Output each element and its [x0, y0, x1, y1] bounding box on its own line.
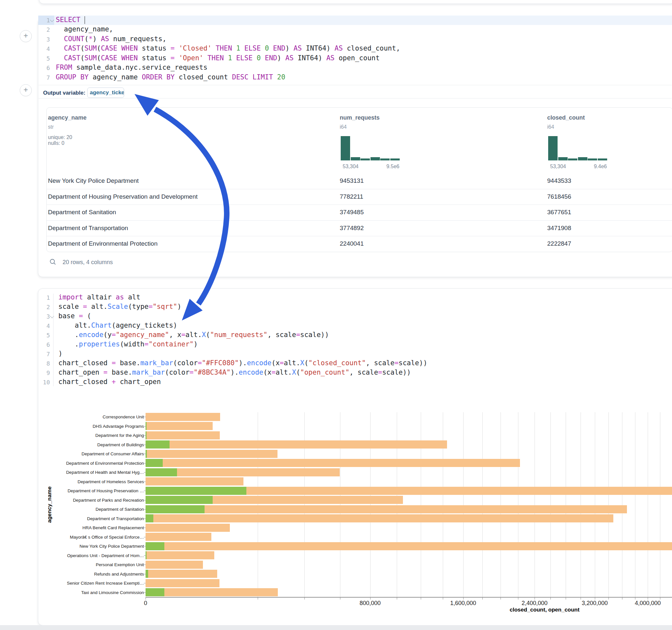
- code-line[interactable]: agency_name,: [56, 25, 113, 33]
- open-count-bar: [146, 588, 164, 596]
- row-separator: [47, 236, 672, 236]
- open-count-bar: [146, 422, 146, 430]
- chart-gridline: [258, 412, 258, 597]
- y-axis-label: Operations Unit - Department of Hom…: [37, 553, 144, 558]
- code-line[interactable]: import altair as alt: [58, 293, 140, 301]
- open-count-bar: [146, 487, 246, 495]
- y-axis-label: Taxi and Limousine Commission: [37, 590, 144, 595]
- code-line[interactable]: CAST(SUM(CASE WHEN status = 'Open' THEN …: [56, 54, 380, 62]
- histogram-max-label: 9.4e6: [550, 164, 607, 169]
- code-line[interactable]: CAST(SUM(CASE WHEN status = 'Closed' THE…: [56, 44, 400, 52]
- code-line[interactable]: FROM sample_data.nyc.service_requests: [56, 64, 208, 71]
- closed-count-bar: [146, 533, 211, 541]
- y-axis-tick: [144, 528, 146, 528]
- histogram-bar: [598, 159, 607, 161]
- code-line[interactable]: .encode(y="agency_name", x=alt.X("num_re…: [58, 331, 329, 339]
- divider: [39, 85, 672, 85]
- line-number: 6: [39, 65, 50, 71]
- code-line[interactable]: chart_closed = base.mark_bar(color="#FFC…: [58, 359, 427, 367]
- histogram-bar: [558, 157, 568, 161]
- code-line[interactable]: GROUP BY agency_name ORDER BY closed_cou…: [56, 73, 285, 81]
- x-axis-tick: [146, 598, 146, 600]
- output-variable-pill[interactable]: agency_tickets: [87, 88, 124, 98]
- line-number: 4: [39, 45, 50, 52]
- x-axis-tick-label: 2,400,000: [515, 600, 554, 607]
- column-header-name[interactable]: num_requests: [340, 114, 380, 121]
- code-line[interactable]: .properties(width="container"): [58, 340, 198, 348]
- chart-gridline: [443, 412, 443, 597]
- x-axis-tick: [482, 598, 483, 600]
- column-header-type: str: [48, 124, 54, 130]
- code-line[interactable]: base = (: [58, 312, 91, 320]
- chart-gridline: [534, 412, 535, 597]
- histogram-bar: [351, 157, 360, 161]
- chart-gridline: [566, 412, 566, 597]
- code-line[interactable]: scale = alt.Scale(type="sqrt"): [58, 303, 181, 311]
- x-axis-line: [146, 597, 672, 598]
- x-axis-tick: [370, 598, 370, 600]
- closed-count-bar: [146, 413, 220, 421]
- line-number: 6: [39, 341, 50, 348]
- column-header-type: i64: [547, 124, 554, 130]
- code-line[interactable]: COUNT(*) AS num_requests,: [56, 35, 166, 43]
- closed-count-bar: [146, 561, 203, 569]
- open-count-bar: [146, 551, 146, 559]
- x-axis-tick: [258, 598, 258, 600]
- chart-gridline: [608, 412, 609, 597]
- chart-gridline: [421, 412, 421, 597]
- y-axis-tick: [144, 491, 146, 491]
- column-header-name[interactable]: agency_name: [48, 114, 87, 121]
- chart-gridline: [635, 412, 635, 597]
- x-axis-tick: [550, 598, 551, 600]
- y-axis-label: DHS Advantage Programs: [37, 424, 144, 429]
- open-count-bar: [146, 570, 148, 578]
- y-axis-label: Refunds and Adjustments: [37, 572, 144, 577]
- y-axis-tick: [144, 463, 146, 463]
- y-axis-tick: [144, 518, 146, 519]
- table-cell-closed_count: 7618456: [547, 193, 571, 200]
- x-axis-tick-label: 3,200,000: [575, 600, 614, 607]
- chart-gridline: [648, 412, 648, 597]
- x-axis-tick: [421, 598, 421, 600]
- y-axis-tick: [144, 472, 146, 472]
- table-cell-closed_count: 3677651: [547, 209, 571, 216]
- line-number: 7: [39, 74, 50, 81]
- y-axis-tick: [144, 564, 146, 565]
- histogram-bar: [341, 136, 350, 161]
- y-axis-tick: [144, 592, 146, 593]
- y-axis-tick: [144, 435, 146, 436]
- x-axis-tick: [635, 598, 635, 600]
- open-count-bar: [146, 431, 146, 439]
- code-line[interactable]: chart_open = base.mark_bar(color="#8BC34…: [58, 368, 411, 376]
- code-line[interactable]: SELECT: [56, 16, 80, 24]
- y-axis-label: HRA Benefit Card Replacement: [37, 525, 144, 530]
- row-separator: [47, 189, 672, 189]
- y-axis-tick: [144, 546, 146, 547]
- table-cell-agency_name: Department of Housing Preservation and D…: [48, 193, 198, 200]
- table-cell-agency_name: Department of Sanitation: [48, 209, 116, 216]
- closed-count-bar: [146, 477, 243, 485]
- histogram-bar: [370, 157, 380, 161]
- y-axis-tick: [144, 555, 146, 556]
- code-line[interactable]: alt.Chart(agency_tickets): [58, 321, 177, 329]
- x-axis-tick: [595, 598, 595, 600]
- x-axis-tick: [463, 598, 463, 600]
- table-cell-num_requests: 3749485: [340, 209, 364, 216]
- closed-count-bar: [146, 570, 217, 578]
- add-cell-button-output[interactable]: +: [20, 84, 32, 96]
- x-axis-tick: [534, 598, 535, 600]
- y-axis-label: Department of Transportation: [37, 516, 144, 521]
- column-header-name[interactable]: closed_count: [547, 114, 585, 121]
- code-line[interactable]: ): [58, 350, 63, 358]
- code-line[interactable]: chart_closed + chart_open: [58, 378, 161, 386]
- output-variable-label: Output variable:: [43, 90, 85, 96]
- search-icon[interactable]: [49, 258, 56, 265]
- add-cell-button-top[interactable]: +: [20, 30, 32, 42]
- y-axis-label: Personal Exemption Unit: [37, 562, 144, 567]
- closed-count-bar: [146, 579, 219, 587]
- open-count-bar: [146, 459, 163, 467]
- chart-gridline: [370, 412, 370, 597]
- y-axis-label: Senior Citizen Rent Increase Exempti…: [37, 581, 144, 586]
- chart-gridline: [518, 412, 518, 597]
- x-axis-title: closed_count, open_count: [499, 607, 590, 613]
